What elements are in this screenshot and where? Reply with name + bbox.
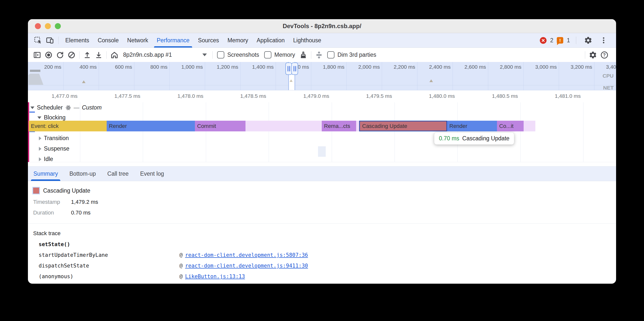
duration-row: Duration 0.70 ms — [33, 209, 616, 216]
performance-toolbar: 8p2n9n.csb.app #1 Screenshots Memory — [28, 48, 616, 62]
capture-settings-button[interactable] — [587, 49, 599, 61]
overview-tick-label: 1,000 ms — [163, 64, 203, 70]
scheduler-track-label: Scheduler — [37, 104, 63, 111]
overview-tick-label: 600 ms — [92, 64, 132, 70]
clear-button[interactable] — [66, 49, 77, 61]
tab-lighthouse[interactable]: Lighthouse — [289, 33, 326, 47]
stack-frame: (anonymous)@LikeButton.js:13:13 — [39, 274, 616, 280]
lane-blocking[interactable]: Blocking — [38, 114, 66, 121]
chevron-expanded-icon[interactable] — [30, 107, 34, 109]
divider — [28, 223, 616, 224]
error-count-icon[interactable] — [540, 37, 546, 44]
save-profile-button[interactable] — [93, 49, 104, 61]
source-link[interactable]: LikeButton.js:13:13 — [185, 274, 245, 280]
garbage-collect-button[interactable] — [298, 49, 309, 61]
event-co-it[interactable]: Co...it — [497, 121, 524, 131]
device-toolbar-button[interactable] — [44, 34, 56, 46]
inspect-cursor-icon — [34, 36, 42, 44]
stack-frame-fn: (anonymous) — [39, 274, 180, 280]
memory-checkbox[interactable]: Memory — [264, 51, 295, 58]
chevron-collapsed-icon[interactable] — [39, 136, 41, 140]
tab-elements[interactable]: Elements — [61, 33, 94, 47]
lane-suspense[interactable]: Suspense — [39, 145, 69, 152]
overview-tick-label: 3,400 ms — [588, 64, 616, 70]
tab-sources[interactable]: Sources — [194, 33, 223, 47]
screenshots-checkbox[interactable]: Screenshots — [217, 51, 259, 58]
separator — [106, 51, 107, 59]
react-atom-icon — [65, 105, 71, 111]
chevron-collapsed-icon[interactable] — [39, 157, 41, 161]
traffic-lights — [35, 19, 61, 33]
tab-event-log[interactable]: Event log — [140, 166, 164, 181]
tab-summary[interactable]: Summary — [34, 166, 58, 181]
event-segment[interactable] — [356, 121, 359, 131]
event-segment[interactable] — [524, 121, 535, 131]
source-link[interactable]: react-dom-client.development.js:9411:30 — [185, 263, 308, 269]
tab-network[interactable]: Network — [123, 33, 152, 47]
source-link[interactable]: react-dom-client.development.js:5807:36 — [185, 252, 308, 258]
tab-memory[interactable]: Memory — [223, 33, 252, 47]
duration-value: 0.70 ms — [71, 209, 90, 216]
scheduler-track-tag: Custom — [82, 104, 102, 111]
ruler-tick-label: 1,477.0 ms — [35, 93, 78, 99]
collapse-sanity-button[interactable] — [313, 49, 325, 61]
selection-left-handle[interactable] — [285, 62, 292, 75]
track-gridline — [332, 102, 332, 162]
timeline-overview[interactable]: 200 ms400 ms600 ms800 ms1,000 ms1,200 ms… — [28, 62, 616, 90]
track-gridline — [80, 102, 80, 162]
event-rema-cts[interactable]: Rema...cts — [322, 121, 356, 131]
panel-tab-bar: ElementsConsoleNetworkPerformanceSources… — [28, 33, 616, 48]
device-toolbar-icon — [46, 36, 54, 44]
separator — [576, 37, 576, 44]
track-gridline — [520, 102, 521, 162]
load-profile-button[interactable] — [82, 49, 93, 61]
event-cascading-update[interactable]: Cascading Update — [359, 121, 447, 131]
warning-count-icon[interactable]: ! — [557, 37, 563, 43]
scheduler-track-header[interactable]: Scheduler — Custom — [30, 104, 102, 111]
help-button[interactable]: ? — [599, 49, 610, 61]
timestamp-row: Timestamp 1,479.2 ms — [33, 199, 616, 205]
minimize-window-button[interactable] — [45, 23, 51, 29]
event-commit[interactable]: Commit — [195, 121, 246, 131]
event-event-click[interactable]: Event: click — [29, 121, 107, 131]
record-and-reload-button[interactable] — [54, 49, 66, 61]
stack-frame-at: @ — [180, 263, 183, 269]
event-render[interactable]: Render — [447, 121, 497, 131]
hover-highlight-rect — [318, 146, 326, 157]
close-window-button[interactable] — [35, 23, 41, 29]
event-tooltip: 0.70 ms Cascading Update — [434, 132, 514, 145]
timeline-ruler[interactable]: 1,477.0 ms1,477.5 ms1,478.0 ms1,478.5 ms… — [28, 90, 616, 102]
dim-3rd-parties-label: Dim 3rd parties — [338, 51, 376, 58]
event-render[interactable]: Render — [107, 121, 195, 131]
event-segment[interactable] — [246, 121, 322, 131]
chevron-expanded-icon[interactable] — [38, 117, 41, 119]
more-options-button[interactable] — [598, 34, 610, 46]
tab-console[interactable]: Console — [94, 33, 123, 47]
inspect-element-button[interactable] — [32, 34, 44, 46]
ruler-tick-label: 1,480.0 ms — [412, 93, 455, 99]
error-count: 2 — [550, 37, 553, 44]
lane-transition[interactable]: Transition — [39, 135, 69, 142]
tab-performance[interactable]: Performance — [152, 33, 194, 47]
separator — [585, 51, 585, 59]
toggle-sidebar-button[interactable] — [32, 49, 43, 61]
memory-label: Memory — [274, 51, 295, 58]
stack-frame-root: setState() — [39, 241, 616, 247]
overview-tick-label: 3,200 ms — [552, 64, 592, 70]
tab-application[interactable]: Application — [252, 33, 289, 47]
tab-call-tree[interactable]: Call tree — [108, 166, 129, 181]
record-button[interactable] — [43, 49, 54, 61]
settings-button[interactable] — [582, 34, 594, 46]
panel-tabs: ElementsConsoleNetworkPerformanceSources… — [61, 33, 326, 47]
tab-bottom-up[interactable]: Bottom-up — [69, 166, 96, 181]
history-select[interactable]: 8p2n9n.csb.app #1 — [120, 51, 210, 58]
home-button[interactable] — [109, 49, 120, 61]
zoom-window-button[interactable] — [55, 23, 61, 29]
selection-right-handle[interactable] — [291, 62, 298, 75]
overview-tick-label: 200 ms — [28, 64, 61, 70]
chevron-collapsed-icon[interactable] — [39, 147, 41, 151]
flame-chart[interactable]: Scheduler — Custom Blocking Event: click… — [28, 102, 616, 162]
lane-idle[interactable]: Idle — [39, 156, 53, 162]
dim-3rd-parties-checkbox[interactable]: Dim 3rd parties — [327, 51, 376, 58]
ruler-tick-label: 1,481.0 ms — [538, 93, 581, 99]
